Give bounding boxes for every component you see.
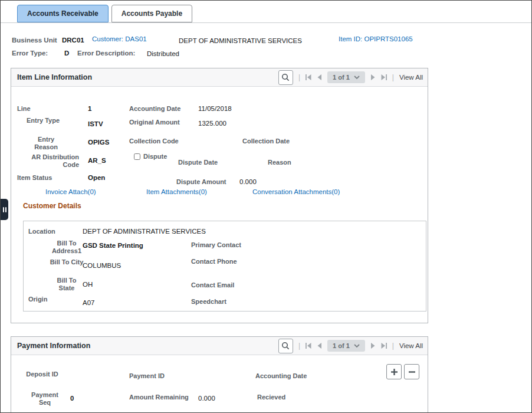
customer-link[interactable]: Customer: DAS01 [92, 35, 147, 43]
tab-underline [1, 22, 531, 23]
plus-icon [390, 368, 398, 376]
item-id-link[interactable]: Item ID: OPIPRTS01065 [339, 35, 413, 43]
page-selector[interactable]: 1 of 1 [327, 340, 365, 352]
first-page-icon[interactable] [306, 343, 312, 349]
dispute-date-label: Dispute Date [178, 159, 218, 166]
collection-date-label: Collection Date [242, 137, 290, 145]
amount-remaining-label: Amount Remaining [129, 394, 189, 401]
side-drawer-handle[interactable] [1, 199, 8, 220]
conversation-attachments-link[interactable]: Conversation Attachments(0) [252, 188, 340, 196]
next-page-icon[interactable] [370, 343, 375, 349]
location-label: Location [28, 228, 55, 235]
reason-label: Reason [268, 159, 291, 166]
payment-panel-header: Payment Information | 1 of 1 [11, 337, 428, 355]
error-type-label: Error Type: [12, 50, 48, 57]
line-label: Line [17, 105, 31, 113]
bill-to-city-value: COLUMBUS [83, 262, 121, 270]
prev-page-icon[interactable] [317, 343, 322, 349]
item-line-panel-header: Item Line Information | 1 of 1 [11, 68, 428, 87]
separator: | [392, 342, 394, 350]
customer-details-box: Location DEPT OF ADMINISTRATIVE SERVICES… [23, 221, 426, 312]
page-selector[interactable]: 1 of 1 [327, 71, 365, 83]
search-icon [281, 73, 290, 81]
chevron-down-icon [354, 76, 360, 79]
separator: | [298, 73, 300, 81]
minus-icon [408, 368, 416, 376]
error-description-label: Error Description: [77, 50, 135, 57]
primary-contact-label: Primary Contact [191, 241, 241, 249]
customer-details-heading: Customer Details [23, 202, 81, 210]
dispute-checkbox[interactable] [134, 153, 140, 160]
bill-to-city-label: Bill To City [48, 258, 85, 266]
ar-distribution-code-value: AR_S [88, 157, 106, 165]
view-all-link[interactable]: View All [399, 342, 423, 349]
origin-value: A07 [83, 299, 94, 307]
page-indicator: 1 of 1 [333, 74, 350, 81]
business-unit-label: Business Unit [12, 37, 57, 44]
error-description-value: Distributed [147, 50, 179, 58]
last-page-icon[interactable] [380, 343, 387, 349]
location-value: DEPT OF ADMINISTRATIVE SERVICES [83, 228, 206, 235]
accounting-date-label: Accounting Date [129, 105, 180, 113]
first-page-icon[interactable] [306, 74, 312, 80]
bill-to-address1-label: Bill To Address1 [48, 240, 85, 255]
item-attachments-link[interactable]: Item Attachments(0) [146, 188, 207, 196]
item-status-label: Item Status [17, 174, 52, 182]
original-amount-value: 1325.000 [198, 120, 226, 127]
error-type-value: D [64, 50, 69, 57]
contact-phone-label: Contact Phone [191, 258, 237, 266]
search-button[interactable] [278, 339, 293, 353]
tab-bar: Accounts Receivable Accounts Payable [17, 5, 192, 22]
original-amount-label: Original Amount [129, 119, 180, 126]
dispute-amount-label: Dispute Amount [176, 178, 226, 186]
tab-accounts-receivable[interactable]: Accounts Receivable [17, 5, 109, 22]
invoice-attach-link[interactable]: Invoice Attach(0) [45, 188, 96, 196]
payment-seq-label: Payment Seq [28, 391, 62, 407]
tab-accounts-payable[interactable]: Accounts Payable [111, 5, 192, 22]
entry-reason-value: OPIGS [88, 139, 109, 146]
dispute-checkbox-group: Dispute [134, 153, 167, 160]
add-row-button[interactable] [386, 364, 402, 379]
entry-reason-label: Entry Reason [28, 136, 64, 151]
ar-distribution-code-label: AR Distribution Code [20, 153, 79, 169]
bill-to-state-label: Bill To State [48, 277, 85, 292]
drawer-handle-icon [5, 207, 6, 212]
delete-row-button[interactable] [404, 364, 419, 379]
payment-id-label: Payment ID [129, 372, 165, 380]
bill-to-state-value: OH [83, 281, 93, 289]
next-page-icon[interactable] [370, 74, 375, 80]
customer-name: DEPT OF ADMINISTRATIVE SERVICES [179, 37, 302, 45]
entry-type-value: ISTV [88, 120, 103, 128]
view-all-link[interactable]: View All [399, 74, 423, 81]
contact-email-label: Contact Email [191, 281, 234, 289]
line-value: 1 [88, 105, 91, 113]
entry-type-label: Entry Type [26, 117, 60, 124]
collection-code-label: Collection Code [129, 137, 179, 145]
payment-controls: | 1 of 1 | [278, 339, 423, 353]
page-indicator: 1 of 1 [333, 342, 350, 349]
last-page-icon[interactable] [380, 74, 387, 80]
item-line-title: Item Line Information [17, 73, 92, 81]
chevron-down-icon [354, 344, 360, 348]
dispute-label: Dispute [143, 153, 167, 160]
bill-to-address1-value: GSD State Printing [83, 242, 143, 250]
item-status-value: Open [88, 174, 105, 182]
amount-remaining-value: 0.000 [198, 395, 215, 402]
item-line-controls: | 1 of 1 | [278, 70, 423, 85]
origin-label: Origin [28, 296, 47, 303]
separator: | [298, 342, 300, 350]
app-window: Accounts Receivable Accounts Payable Bus… [0, 0, 532, 413]
search-icon [281, 342, 290, 350]
speedchart-label: Speedchart [191, 298, 226, 306]
payment-panel: Payment Information | 1 of 1 [11, 336, 428, 413]
accounting-date-value: 11/05/2018 [198, 105, 232, 113]
search-button[interactable] [278, 70, 293, 85]
payment-accounting-date-label: Accounting Date [255, 372, 307, 380]
payment-title: Payment Information [17, 342, 90, 350]
received-label: Recieved [257, 394, 285, 401]
drawer-handle-icon [3, 207, 4, 212]
dispute-amount-value: 0.000 [239, 178, 257, 186]
deposit-id-label: Deposit ID [26, 371, 58, 378]
prev-page-icon[interactable] [317, 74, 322, 80]
item-line-panel: Item Line Information | 1 of 1 [11, 68, 428, 323]
